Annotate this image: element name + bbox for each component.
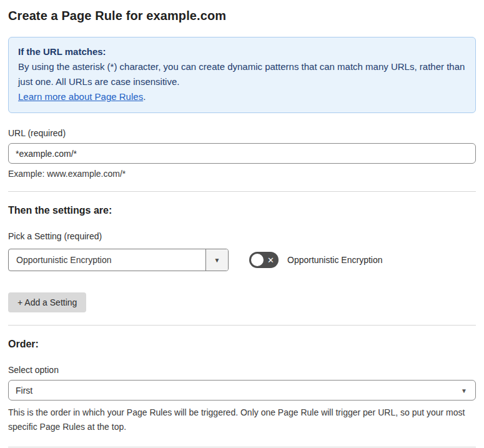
order-section-heading: Order: (8, 339, 476, 350)
setting-row: Opportunistic Encryption ▼ ✕ Opportunist… (8, 249, 476, 271)
add-setting-button[interactable]: + Add a Setting (8, 292, 86, 312)
setting-select[interactable]: Opportunistic Encryption ▼ (8, 249, 229, 271)
toggle-knob (251, 254, 264, 266)
url-example-helper: Example: www.example.com/* (8, 169, 476, 179)
setting-select-value: Opportunistic Encryption (9, 249, 205, 271)
section-divider (8, 447, 476, 447)
url-match-info-box: If the URL matches: By using the asteris… (8, 37, 476, 113)
setting-toggle-group: ✕ Opportunistic Encryption (249, 252, 383, 268)
create-page-rule-form: Create a Page Rule for example.com If th… (0, 0, 484, 448)
order-description: This is the order in which your Page Rul… (8, 406, 476, 434)
order-select-value: First (16, 386, 32, 396)
toggle-label: Opportunistic Encryption (287, 255, 383, 265)
info-box-heading: If the URL matches: (18, 44, 466, 59)
info-box-body: By using the asterisk (*) character, you… (18, 59, 466, 89)
section-divider (8, 325, 476, 326)
pick-setting-label: Pick a Setting (required) (8, 231, 476, 241)
info-box-link-row: Learn more about Page Rules. (18, 89, 466, 104)
page-title: Create a Page Rule for example.com (8, 9, 476, 23)
order-select-label: Select option (8, 365, 476, 375)
url-field-label: URL (required) (8, 128, 476, 138)
opportunistic-encryption-toggle[interactable]: ✕ (249, 252, 279, 268)
learn-more-link[interactable]: Learn more about Page Rules (18, 91, 143, 102)
section-divider (8, 191, 476, 192)
chevron-down-icon: ▼ (214, 257, 220, 264)
link-suffix-text: . (143, 91, 146, 102)
toggle-off-x-icon: ✕ (267, 256, 274, 264)
setting-select-arrow-button[interactable]: ▼ (205, 249, 228, 271)
settings-section-heading: Then the settings are: (8, 205, 476, 216)
chevron-down-icon: ▼ (461, 387, 467, 394)
order-select[interactable]: First ▼ (8, 380, 476, 401)
url-input[interactable] (8, 143, 476, 164)
